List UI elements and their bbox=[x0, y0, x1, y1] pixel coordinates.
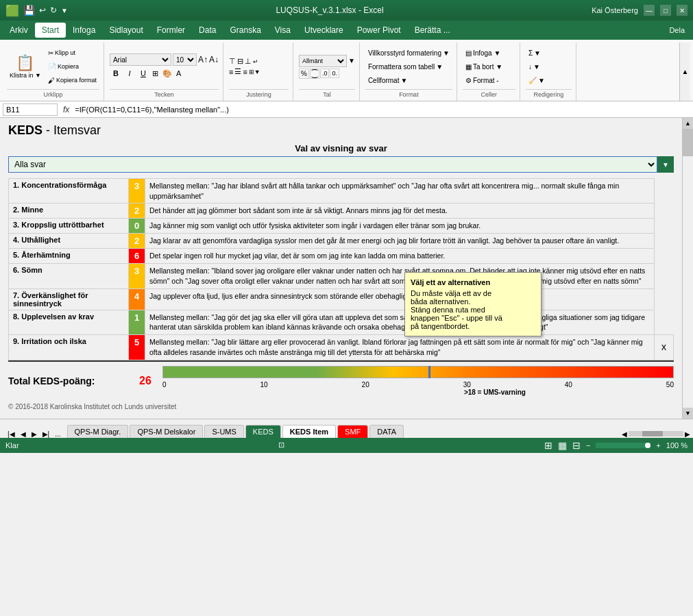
align-left-icon[interactable]: ≡ bbox=[229, 68, 233, 76]
sum-button[interactable]: Σ▼ bbox=[526, 47, 572, 59]
page-break-icon[interactable]: ▦ bbox=[558, 440, 567, 451]
v-scrollbar[interactable]: ▲ ▼ bbox=[682, 118, 693, 419]
format-cells-button[interactable]: ⚙Format - bbox=[463, 74, 515, 86]
zoom-plus-button[interactable]: + bbox=[656, 441, 660, 449]
menu-start[interactable]: Start bbox=[35, 23, 66, 38]
delete-cells-button[interactable]: ▦Ta bort ▼ bbox=[463, 60, 515, 73]
copy-button[interactable]: 📄Kopiera bbox=[45, 60, 99, 73]
scroll-thumb[interactable] bbox=[683, 129, 693, 156]
cell-format-button[interactable]: Cellformat▼ bbox=[365, 74, 452, 86]
border-button[interactable]: ⊞ bbox=[151, 69, 160, 78]
quick-access-more[interactable]: ▼ bbox=[61, 7, 68, 14]
h-scroll-thumb[interactable] bbox=[642, 431, 663, 436]
h-scroll-track[interactable] bbox=[629, 431, 683, 436]
underline-button[interactable]: U bbox=[137, 67, 149, 79]
tab-data[interactable]: DATA bbox=[369, 425, 404, 438]
zoom-thumb[interactable] bbox=[645, 443, 651, 448]
dropdown-arrow-button[interactable]: ▼ bbox=[657, 156, 674, 173]
page-view-icon[interactable]: ⊟ bbox=[572, 440, 581, 451]
cut-button[interactable]: ✂Klipp ut bbox=[45, 47, 99, 59]
scroll-up-icon[interactable]: ▲ bbox=[682, 68, 689, 75]
restore-button[interactable]: □ bbox=[660, 5, 671, 16]
increase-decimal-button[interactable]: .0 bbox=[320, 69, 330, 78]
zoom-slider[interactable] bbox=[596, 443, 651, 448]
menu-data[interactable]: Data bbox=[192, 23, 223, 38]
tab-keds-item[interactable]: KEDS Item bbox=[282, 425, 336, 438]
paste-button[interactable]: 📋 Klistra in ▼ bbox=[7, 49, 44, 84]
clear-button[interactable]: 🧹▼ bbox=[526, 74, 572, 86]
format-painter-button[interactable]: 🖌Kopiera format bbox=[45, 74, 99, 86]
undo-icon[interactable]: ↩ bbox=[39, 5, 46, 15]
formula-bar: fx bbox=[0, 101, 693, 118]
percent-button[interactable]: % bbox=[299, 69, 309, 79]
page-layout-icon[interactable]: ⊞ bbox=[544, 440, 552, 451]
menu-sidlayout[interactable]: Sidlayout bbox=[102, 23, 149, 38]
menu-infoga[interactable]: Infoga bbox=[66, 23, 102, 38]
format-dash-label: Format - bbox=[473, 77, 499, 84]
bold-button[interactable]: B bbox=[110, 67, 122, 79]
zoom-minus-button[interactable]: − bbox=[586, 441, 590, 449]
total-label: Total KEDS-poäng: bbox=[8, 375, 135, 386]
minimize-button[interactable]: — bbox=[644, 5, 655, 16]
tab-qps-m-diagr[interactable]: QPS-M Diagr. bbox=[67, 425, 129, 438]
increase-font-icon[interactable]: A↑ bbox=[198, 55, 208, 64]
align-top-icon[interactable]: ⊤ bbox=[229, 57, 236, 66]
fill-button[interactable]: ↓▼ bbox=[526, 60, 572, 73]
fill-color-button[interactable]: 🎨 bbox=[161, 69, 173, 78]
save-icon[interactable]: 💾 bbox=[23, 5, 35, 16]
visning-dropdown[interactable]: Alla svar Visa poäng Visa svar bbox=[8, 156, 657, 173]
h-scroll-right[interactable]: ▶ bbox=[685, 430, 690, 438]
tab-more-button[interactable]: ... bbox=[53, 430, 62, 438]
insert-cells-button[interactable]: ▤Infoga ▼ bbox=[463, 47, 515, 59]
menu-formler[interactable]: Formler bbox=[150, 23, 192, 38]
h-scroll-left[interactable]: ◀ bbox=[622, 430, 627, 438]
number-format-select[interactable]: Allmänt bbox=[299, 55, 347, 67]
italic-button[interactable]: I bbox=[123, 67, 136, 79]
menu-arkiv[interactable]: Arkiv bbox=[3, 23, 35, 38]
scroll-up-button[interactable]: ▲ bbox=[683, 118, 693, 129]
name-box[interactable] bbox=[3, 103, 58, 116]
tab-qps-m-delskalor[interactable]: QPS-M Delskalor bbox=[130, 425, 203, 438]
menu-beratta[interactable]: Berätta ... bbox=[408, 23, 457, 38]
ribbon-group-tal: Allmänt ▼ % ⁐ .0 0. Tal bbox=[295, 42, 360, 101]
scroll-down-button[interactable]: ▼ bbox=[683, 408, 693, 419]
close-button[interactable]: ✕ bbox=[677, 5, 688, 16]
tab-first-button[interactable]: |◀ bbox=[5, 430, 17, 438]
conditional-formatting-button[interactable]: Villkorsstyrd formatering▼ bbox=[365, 47, 452, 59]
tab-s-ums[interactable]: S-UMS bbox=[204, 425, 243, 438]
share-label[interactable]: Dela bbox=[664, 23, 690, 37]
close-row-button[interactable]: X bbox=[659, 343, 669, 352]
decrease-font-icon[interactable]: A↓ bbox=[209, 55, 219, 64]
progress-bar-track bbox=[162, 366, 674, 378]
wrap-text-button[interactable]: ↵ bbox=[253, 58, 258, 65]
font-size-select[interactable]: 10 bbox=[173, 53, 197, 66]
merge-cells-button[interactable]: ⊞▼ bbox=[249, 69, 260, 75]
comma-button[interactable]: ⁐ bbox=[310, 69, 319, 79]
zoom-level-label: 100 % bbox=[666, 441, 688, 449]
menu-power-pivot[interactable]: Power Pivot bbox=[350, 23, 408, 38]
font-select[interactable]: Arial bbox=[110, 53, 171, 66]
menu-granska[interactable]: Granska bbox=[223, 23, 267, 38]
align-middle-icon[interactable]: ⊟ bbox=[237, 57, 243, 66]
title-bar: 🟩 💾 ↩ ↻ ▼ LUQSUS-K_v.3.1.xlsx - Excel Ka… bbox=[0, 0, 693, 21]
format-as-table-button[interactable]: Formattera som tabell▼ bbox=[365, 60, 452, 73]
ribbon-group-redigering: Σ▼ ↓▼ 🧹▼ Redigering bbox=[522, 42, 576, 101]
item-4-score: 2 bbox=[129, 234, 145, 249]
scroll-track[interactable] bbox=[683, 129, 693, 408]
tab-last-button[interactable]: ▶| bbox=[40, 430, 52, 438]
tab-prev-button[interactable]: ◀ bbox=[19, 430, 28, 438]
tab-next-button[interactable]: ▶ bbox=[29, 430, 39, 438]
title-bar-right: Kai Österberg — □ ✕ bbox=[592, 5, 688, 16]
redo-icon[interactable]: ↻ bbox=[50, 5, 57, 15]
progress-marker bbox=[428, 366, 430, 378]
align-right-icon[interactable]: ≡ bbox=[243, 68, 247, 76]
formula-input[interactable] bbox=[75, 106, 690, 114]
align-center-icon[interactable]: ☰ bbox=[234, 67, 241, 76]
decrease-decimal-button[interactable]: 0. bbox=[330, 69, 339, 78]
font-color-button[interactable]: A bbox=[175, 69, 182, 77]
tab-smf[interactable]: SMF bbox=[337, 425, 368, 438]
tab-keds[interactable]: KEDS bbox=[245, 425, 281, 438]
menu-utvecklare[interactable]: Utvecklare bbox=[297, 23, 350, 38]
align-bottom-icon[interactable]: ⊥ bbox=[245, 57, 252, 66]
menu-visa[interactable]: Visa bbox=[268, 23, 297, 38]
